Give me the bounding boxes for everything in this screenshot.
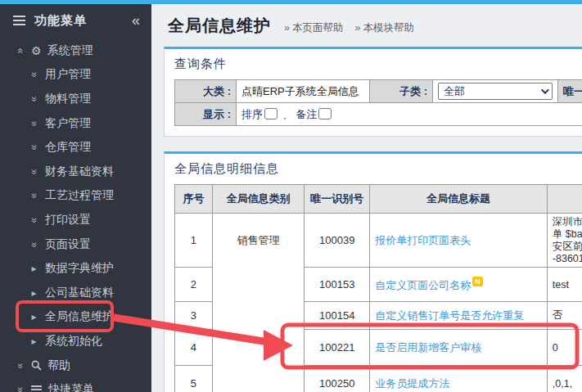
chevron-right-icon: » [354, 22, 360, 34]
remark-checkbox[interactable] [318, 108, 332, 119]
col-header-content [547, 185, 582, 214]
row-content: 0 [547, 330, 582, 366]
search-icon [31, 360, 42, 371]
sidebar-item-warehouse-mgmt[interactable]: » 仓库管理 [0, 135, 151, 160]
sidebar-item-label: 打印设置 [45, 213, 91, 228]
unique-id-label: 唯一识别号 : [558, 80, 582, 103]
sidebar-item-label: 物料管理 [45, 92, 91, 106]
sidebar-item-help[interactable]: » 帮助 [0, 354, 151, 378]
row-content: ,0,1, [547, 366, 582, 392]
sort-checkbox[interactable] [264, 108, 277, 119]
main-content: 全局信息维护 »本页面帮助 »本模块帮助 查询条件 大类 : 点晴ERP子系统全… [151, 4, 582, 392]
col-header-title: 全局信息标题 [370, 185, 548, 214]
col-header-no: 序号 [175, 185, 213, 214]
query-panel-title: 查询条件 [174, 56, 582, 72]
sidebar-item-label: 系统管理 [47, 43, 93, 58]
sort-checkbox-label: 排序 [241, 108, 263, 120]
chevrons-down-icon: » [15, 385, 26, 392]
row-title-link[interactable]: 是否启用新增客户审核 [375, 341, 481, 354]
triangle-right-icon: ▸ [29, 311, 39, 322]
sidebar-item-finance-base[interactable]: » 财务基础资料 [0, 160, 151, 184]
sidebar-item-data-dictionary[interactable]: ▸ 数据字典维护 [0, 256, 151, 281]
sidebar-item-material-mgmt[interactable]: » 物料管理 [0, 87, 151, 111]
menu-list-icon [13, 20, 25, 21]
sidebar-item-label: 系统初始化 [45, 334, 102, 349]
chevrons-down-icon: » [29, 214, 40, 225]
row-title-link[interactable]: 自定义页面公司名称 [375, 279, 471, 291]
category-label: 大类 : [175, 80, 237, 103]
page-help-link[interactable]: »本页面帮助 [284, 21, 343, 35]
sidebar-item-page-settings[interactable]: » 页面设置 [0, 232, 151, 257]
sidebar-item-label: 页面设置 [45, 237, 91, 252]
sidebar-item-global-info-maintenance[interactable]: ▸ 全局信息维护 [0, 305, 151, 330]
sidebar-item-label: 全局信息维护 [45, 309, 114, 324]
sidebar-item-label: 用户管理 [45, 67, 91, 82]
collapse-sidebar-icon[interactable]: « [132, 12, 140, 29]
chevrons-down-icon: » [29, 93, 40, 104]
module-help-link[interactable]: »本模块帮助 [354, 21, 413, 35]
row-unique-id: 100154 [305, 302, 370, 330]
detail-panel: 全局信息明细信息 序号 全局信息类别 唯一识别号 全局信息标题 1 销售管理 1… [164, 151, 582, 392]
sidebar-header: 功能菜单 « [0, 4, 151, 37]
sidebar-item-system-init[interactable]: ▸ 系统初始化 [0, 329, 151, 354]
subcategory-select[interactable]: 全部 [438, 83, 553, 100]
chevrons-down-icon: » [29, 142, 40, 153]
new-badge: N [472, 277, 483, 286]
query-form-table: 大类 : 点晴ERP子系统全局信息 子类 : 全部 唯一识别号 : 显示 : 排… [174, 79, 582, 126]
top-accent-bar [0, 0, 582, 4]
chevrons-down-icon: » [29, 191, 40, 201]
sidebar-menu: « ⚙ 系统管理 » 用户管理 » 物料管理 » 客户管理 » 仓库管理 » 财… [0, 38, 151, 392]
sidebar-item-customer-mgmt[interactable]: » 客户管理 [0, 111, 151, 136]
separator-text: 、 [282, 108, 293, 120]
sidebar-item-label: 工艺过程管理 [45, 188, 114, 203]
triangle-right-icon: ▸ [29, 336, 39, 347]
row-title-link[interactable]: 业务员提成方法 [375, 377, 449, 390]
row-title-link[interactable]: 报价单打印页面表头 [375, 234, 471, 246]
sidebar-item-user-mgmt[interactable]: » 用户管理 [0, 63, 151, 88]
row-content: test [547, 268, 582, 302]
triangle-right-icon: ▸ [29, 287, 39, 299]
help-links: »本页面帮助 »本模块帮助 [284, 21, 414, 35]
chevron-up-icon: « [15, 45, 26, 56]
sidebar-item-label: 快捷菜单 [48, 382, 94, 392]
chevrons-down-icon: » [29, 239, 40, 250]
page-title: 全局信息维护 [168, 15, 271, 37]
sidebar-item-quick-menu[interactable]: » 快捷菜单 [0, 377, 151, 392]
sidebar-item-process-mgmt[interactable]: » 工艺过程管理 [0, 184, 151, 209]
chevrons-down-icon: » [29, 118, 40, 128]
table-header-row: 序号 全局信息类别 唯一识别号 全局信息标题 [175, 185, 582, 214]
row-no: 4 [175, 330, 213, 366]
remark-checkbox-label: 备注 [296, 108, 317, 120]
row-category-group: 销售管理 [212, 214, 305, 392]
query-panel: 查询条件 大类 : 点晴ERP子系统全局信息 子类 : 全部 唯一识别号 : 显… [164, 47, 582, 137]
row-content: 否 [547, 302, 582, 330]
row-no: 2 [175, 268, 213, 302]
page-header: 全局信息维护 »本页面帮助 »本模块帮助 [168, 15, 582, 37]
row-content: 深圳市点 单 $bar 安区前 -83601 [547, 214, 582, 268]
table-row: 1 销售管理 100039 报价单打印页面表头 深圳市点 单 $bar 安区前 … [175, 214, 582, 268]
sidebar: 功能菜单 « « ⚙ 系统管理 » 用户管理 » 物料管理 » 客户管理 » 仓… [0, 4, 151, 392]
sidebar-item-print-settings[interactable]: » 打印设置 [0, 208, 151, 232]
sidebar-item-system-mgmt[interactable]: « ⚙ 系统管理 [0, 38, 151, 63]
global-info-table: 序号 全局信息类别 唯一识别号 全局信息标题 1 销售管理 100039 报价单… [174, 184, 582, 392]
detail-panel-title: 全局信息明细信息 [174, 161, 582, 177]
row-title-link[interactable]: 自定义销售订单号是否允许重复 [375, 309, 524, 322]
chevrons-down-icon: » [29, 70, 40, 80]
row-unique-id: 100039 [305, 214, 370, 268]
sidebar-item-label: 帮助 [47, 358, 70, 373]
sidebar-item-label: 仓库管理 [45, 140, 91, 155]
sidebar-item-label: 公司基础资料 [45, 286, 114, 300]
subcategory-label: 子类 : [370, 80, 433, 103]
col-header-category: 全局信息类别 [212, 185, 305, 214]
sidebar-item-label: 客户管理 [45, 116, 91, 131]
sidebar-item-label: 财务基础资料 [45, 164, 114, 179]
row-no: 3 [175, 302, 213, 330]
list-icon [31, 389, 42, 390]
row-no: 1 [175, 214, 213, 268]
sidebar-item-label: 数据字典维护 [45, 261, 114, 276]
category-value-field[interactable]: 点晴ERP子系统全局信息 [237, 80, 370, 103]
chevrons-down-icon: » [15, 360, 26, 371]
chevrons-down-icon: » [29, 166, 40, 177]
sidebar-item-company-base[interactable]: ▸ 公司基础资料 [0, 281, 151, 305]
row-no: 5 [175, 366, 213, 392]
